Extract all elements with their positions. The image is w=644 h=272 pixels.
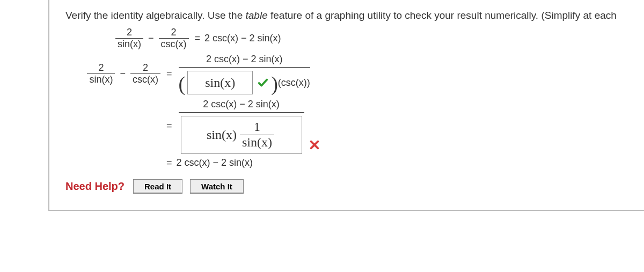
- step1-answer-input[interactable]: sin(x): [187, 71, 253, 94]
- step1-trailing: (csc(x)): [278, 77, 310, 89]
- step2-answer-input[interactable]: sin(x) 1 sin(x): [181, 116, 302, 153]
- step3-rhs: 2 csc(x) − 2 sin(x): [177, 157, 253, 168]
- step2-input-left: sin(x): [207, 128, 237, 142]
- paren-close: ): [271, 72, 278, 95]
- identity-frac1: 2 sin(x): [115, 27, 143, 49]
- need-help-label: Need Help?: [65, 180, 125, 193]
- step1-row: 2 sin(x) − 2 csc(x) = 2 csc(x) − 2 sin(x…: [65, 53, 644, 94]
- identity-rhs: 2 csc(x) − 2 sin(x): [204, 33, 281, 44]
- identity-frac2: 2 csc(x): [159, 27, 189, 49]
- step1-frac1: 2 sin(x): [87, 62, 115, 85]
- check-icon: [257, 77, 269, 89]
- prompt-pre: Verify the identity algebraically. Use t…: [65, 10, 246, 21]
- step2-row: = 2 csc(x) − 2 sin(x) sin(x) 1 sin(x): [65, 98, 644, 153]
- cross-icon: [309, 139, 320, 151]
- minus-sign: −: [148, 33, 154, 44]
- equals-sign: =: [195, 33, 201, 44]
- paren-open: (: [179, 72, 186, 95]
- help-row: Need Help? Read It Watch It: [65, 179, 644, 194]
- step1-big-fraction: 2 csc(x) − 2 sin(x) ( sin(x) ) (csc(x)): [179, 53, 310, 94]
- prompt-post: feature of a graphing utility to check y…: [268, 10, 617, 21]
- step1-frac2: 2 csc(x): [130, 62, 160, 85]
- step3-row: = 2 csc(x) − 2 sin(x): [65, 157, 644, 168]
- identity-row: 2 sin(x) − 2 csc(x) = 2 csc(x) − 2 sin(x…: [65, 27, 644, 49]
- step2-input-frac: 1 sin(x): [240, 120, 274, 150]
- step2-big-fraction: 2 csc(x) − 2 sin(x) sin(x) 1 sin(x): [179, 98, 304, 153]
- watch-it-button[interactable]: Watch It: [190, 179, 244, 194]
- question-prompt: Verify the identity algebraically. Use t…: [65, 10, 644, 21]
- prompt-table-word: table: [246, 10, 268, 21]
- read-it-button[interactable]: Read It: [133, 179, 182, 194]
- step2-numerator: 2 csc(x) − 2 sin(x): [195, 98, 287, 112]
- step1-numerator: 2 csc(x) − 2 sin(x): [199, 53, 290, 67]
